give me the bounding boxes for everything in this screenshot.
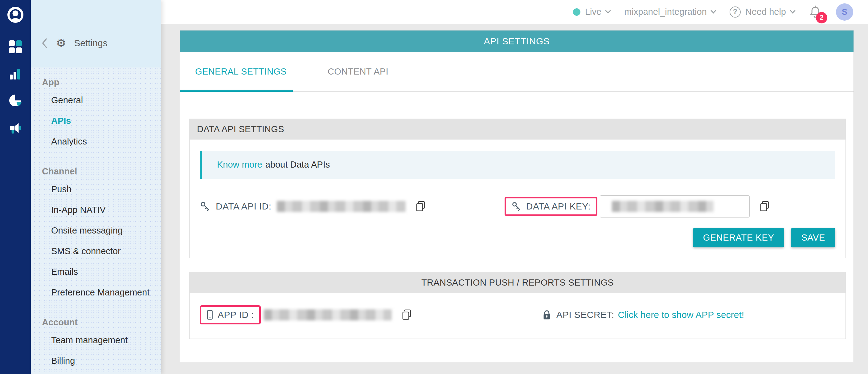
gear-icon: ⚙ — [56, 38, 66, 49]
chevron-down-icon — [711, 8, 716, 13]
transaction-settings-section: TRANSACTION PUSH / REPORTS SETTINGS APP … — [189, 272, 846, 339]
sidebar-item-inapp-nativ[interactable]: In-App NATIV — [31, 200, 161, 220]
sidebar-item-onsite-messaging[interactable]: Onsite messaging — [31, 220, 161, 241]
copy-icon[interactable] — [414, 200, 427, 212]
key-icon — [200, 201, 211, 212]
settings-sidebar-header: ⚙ Settings — [31, 0, 161, 67]
content-area: API SETTINGS GENERAL SETTINGS CONTENT AP… — [161, 24, 868, 374]
sidebar-item-team-management[interactable]: Team management — [31, 330, 161, 350]
person-logo-icon — [7, 6, 24, 24]
data-api-key-input[interactable] — [600, 195, 750, 217]
lock-icon — [542, 309, 552, 320]
notifications-button[interactable]: 2 — [809, 5, 822, 19]
mobile-phone-icon — [207, 310, 213, 320]
data-api-settings-header: DATA API SETTINGS — [189, 118, 846, 140]
sidebar-item-billing[interactable]: Billing — [31, 350, 161, 371]
active-tab-underline — [180, 90, 293, 92]
sidebar-item-sms-connector[interactable]: SMS & connector — [31, 241, 161, 262]
app-id-highlight: APP ID : — [200, 305, 261, 325]
chevron-down-icon — [605, 8, 611, 13]
question-circle-icon: ? — [730, 6, 741, 18]
data-api-id-value-redacted — [277, 201, 406, 212]
nav-section-app: App — [42, 77, 161, 88]
settings-nav-list: App General APIs Analytics Channel Push … — [31, 67, 161, 374]
pie-chart-icon[interactable] — [8, 94, 23, 108]
section-title: TRANSACTION PUSH / REPORTS SETTINGS — [421, 278, 614, 288]
project-selector[interactable]: mixpanel_integration — [624, 7, 715, 17]
app-id-label: APP ID : — [218, 310, 254, 320]
save-button[interactable]: SAVE — [791, 228, 835, 247]
api-settings-card: API SETTINGS GENERAL SETTINGS CONTENT AP… — [180, 30, 854, 362]
tab-bar: GENERAL SETTINGS CONTENT API — [180, 52, 854, 92]
sidebar-title: Settings — [74, 38, 107, 48]
project-name: mixpanel_integration — [624, 7, 707, 17]
know-more-banner: Know more about Data APIs — [200, 151, 835, 179]
banner-text: about Data APIs — [266, 160, 330, 170]
sidebar-item-apis[interactable]: APIs — [31, 111, 161, 131]
notification-count-badge: 2 — [816, 12, 827, 24]
sidebar-item-emails[interactable]: Emails — [31, 262, 161, 282]
sidebar-item-general[interactable]: General — [31, 90, 161, 111]
main-area: Live mixpanel_integration ? Need help 2 … — [161, 0, 868, 374]
chevron-down-icon — [790, 8, 795, 13]
page-title-bar: API SETTINGS — [180, 31, 854, 52]
brand-logo[interactable] — [7, 6, 24, 24]
tab-content-api[interactable]: CONTENT API — [328, 67, 389, 77]
bar-chart-icon[interactable] — [8, 67, 23, 81]
key-icon — [512, 201, 522, 212]
data-api-key-highlight: DATA API KEY: — [504, 197, 597, 216]
app-rail — [0, 0, 31, 374]
environment-label: Live — [585, 7, 601, 17]
api-secret-group: API SECRET: Click here to show APP secre… — [542, 309, 744, 320]
help-menu[interactable]: ? Need help — [730, 6, 795, 18]
transaction-settings-header: TRANSACTION PUSH / REPORTS SETTINGS — [189, 272, 846, 293]
data-api-key-group: DATA API KEY: — [504, 195, 771, 217]
data-api-settings-section: DATA API SETTINGS Know more about Data A… — [189, 118, 846, 258]
copy-icon[interactable] — [758, 200, 771, 212]
nav-section-channel: Channel — [42, 166, 161, 176]
data-api-key-value-redacted — [612, 201, 714, 212]
copy-icon[interactable] — [400, 309, 413, 321]
user-avatar[interactable]: S — [836, 3, 853, 21]
know-more-link[interactable]: Know more — [217, 160, 262, 170]
apps-grid-icon[interactable] — [8, 39, 23, 54]
tab-general-settings[interactable]: GENERAL SETTINGS — [195, 67, 287, 77]
app-id-value-redacted — [264, 309, 392, 320]
sidebar-item-analytics[interactable]: Analytics — [31, 131, 161, 152]
sidebar-item-preference-management[interactable]: Preference Management — [31, 282, 161, 303]
back-chevron-icon[interactable] — [41, 38, 48, 48]
data-api-key-label: DATA API KEY: — [526, 201, 591, 212]
environment-selector[interactable]: Live — [573, 7, 610, 17]
settings-sidebar: ⚙ Settings App General APIs Analytics Ch… — [31, 0, 161, 374]
transaction-settings-body: APP ID : — [189, 293, 846, 339]
section-title: DATA API SETTINGS — [197, 124, 284, 134]
sidebar-item-push[interactable]: Push — [31, 179, 161, 200]
show-app-secret-link[interactable]: Click here to show APP secret! — [618, 310, 744, 320]
nav-divider — [31, 158, 161, 158]
generate-key-button[interactable]: GENERATE KEY — [693, 228, 784, 247]
api-credentials-row: DATA API ID: — [200, 195, 835, 217]
nav-section-account: Account — [42, 317, 161, 328]
megaphone-icon[interactable] — [8, 121, 23, 136]
data-api-id-label: DATA API ID: — [216, 201, 271, 212]
actions-row: GENERATE KEY SAVE — [200, 228, 835, 247]
help-label: Need help — [745, 7, 786, 17]
topbar: Live mixpanel_integration ? Need help 2 … — [161, 0, 868, 24]
data-api-settings-body: Know more about Data APIs DAT — [189, 140, 846, 258]
live-status-dot — [573, 8, 581, 16]
page-title: API SETTINGS — [484, 36, 550, 46]
nav-divider — [31, 309, 161, 309]
api-secret-label: API SECRET: — [556, 310, 614, 320]
